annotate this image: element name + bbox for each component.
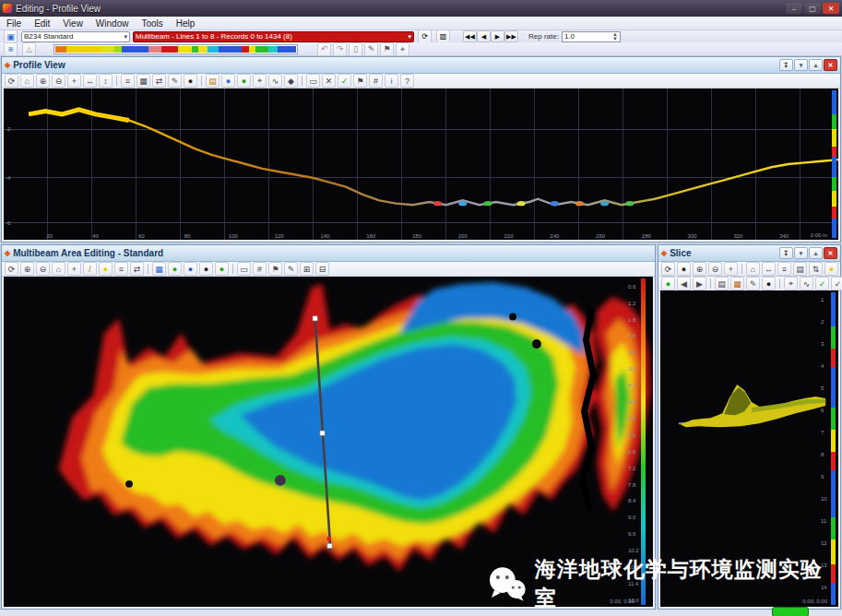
line-segment[interactable] [66,46,102,53]
close-icon[interactable]: ✕ [824,247,837,259]
menu-item[interactable]: Help [170,18,202,30]
menu-item[interactable]: View [56,18,89,30]
pencil-icon[interactable]: ✎ [168,74,182,88]
line-segment[interactable] [198,46,208,53]
zoom-out-icon[interactable]: ⊖ [52,74,65,88]
pan-icon[interactable]: + [67,262,81,276]
refresh-icon[interactable]: ⟳ [661,262,675,276]
flag-icon[interactable]: ⚑ [353,74,367,88]
sphere-green2-icon[interactable]: ● [215,262,229,276]
lines-icon[interactable]: ≋ [4,42,18,56]
rows-icon[interactable]: ≡ [121,74,135,88]
zoom-extents-icon[interactable]: ⌂ [20,74,34,88]
ruler-icon[interactable]: # [369,74,383,88]
line-segment[interactable] [249,46,255,53]
pin-icon[interactable]: ● [677,262,691,276]
shade-icon[interactable]: ▾ [794,247,808,259]
sphere-green-icon[interactable]: ● [661,277,675,290]
zoom-extents-icon[interactable]: ⌂ [52,262,65,276]
pencil-icon[interactable]: ✎ [364,42,378,56]
collapse-icon[interactable]: ⊟ [315,262,329,276]
record-range-combo[interactable]: Multibeam - Lines 1 to 8 - Records 0 to … [133,31,414,42]
slice-icon[interactable]: / [83,262,97,276]
float-icon[interactable]: ▴ [809,59,823,71]
table-small-icon[interactable]: ▥ [436,30,450,43]
note-icon[interactable]: ✎ [284,262,298,276]
menu-item[interactable]: Window [89,18,136,30]
line-segment[interactable] [122,46,148,53]
spline-icon[interactable]: ∿ [800,277,813,290]
first-record-button[interactable]: ◀◀ [463,30,477,42]
help-icon[interactable]: ? [400,74,414,88]
dot-black-icon[interactable]: ● [184,74,197,88]
raw-file-combo[interactable]: B234 Standard ▾ [21,31,130,42]
grid-icon[interactable]: ▦ [136,74,150,88]
close-icon[interactable]: ✕ [823,3,839,14]
refresh-icon[interactable]: ⟳ [5,74,18,88]
sphere-dark-icon[interactable]: ● [199,262,213,276]
minimize-icon[interactable]: – [786,3,802,14]
rows-icon[interactable]: ≡ [114,262,128,276]
zoom-out-icon[interactable]: ⊖ [708,262,722,276]
check-icon[interactable]: ✓ [815,277,829,290]
line-segment[interactable] [268,46,278,53]
redo-icon[interactable]: ↷ [333,42,347,56]
zoom-in-icon[interactable]: ⊕ [36,74,50,88]
info-icon[interactable]: i [385,74,398,88]
marker-icon[interactable]: ◆ [284,74,298,88]
line-segment[interactable] [208,46,219,53]
refresh-icon[interactable]: ⟳ [5,262,18,276]
close-icon[interactable]: ✕ [824,59,837,71]
refresh-small-icon[interactable]: ⟳ [418,30,432,43]
swap-icon[interactable]: ⇅ [809,262,823,276]
select-icon[interactable]: ▭ [237,262,251,276]
menu-item[interactable]: File [0,18,28,30]
sphere-green-icon[interactable]: ● [168,262,182,276]
spinner-arrows-icon[interactable]: ▲▼ [612,32,618,41]
line-segment[interactable] [219,46,242,53]
layers-icon[interactable]: ▤ [206,74,219,88]
zoom-in-icon[interactable]: ⊕ [20,262,34,276]
zoom-out-icon[interactable]: ⊖ [36,262,50,276]
line-segment[interactable] [161,46,179,53]
measure-icon[interactable]: # [253,262,267,276]
pan-icon[interactable]: + [724,262,738,276]
point-yellow-icon[interactable]: ● [99,262,113,276]
pan-icon[interactable]: + [67,74,81,88]
select-area-icon[interactable]: ▭ [306,74,320,88]
target-icon[interactable]: ⌖ [253,74,267,88]
point-yellow-icon[interactable]: ● [824,262,838,276]
next-record-button[interactable]: ▶ [491,30,504,42]
line-segment[interactable] [242,46,249,53]
fit-width-icon[interactable]: ↔ [83,74,97,88]
line-segment[interactable] [148,46,160,53]
line-segment[interactable] [278,46,296,53]
line-segment[interactable] [55,46,66,53]
erase-icon[interactable]: ✕ [322,74,336,88]
arrows-icon[interactable]: ↔ [762,262,776,276]
line-segment[interactable] [114,46,122,53]
accept-icon[interactable]: ✓ [338,74,351,88]
spline-icon[interactable]: ∿ [268,74,282,88]
flag-icon[interactable]: ⚑ [268,262,282,276]
line-segment[interactable] [255,46,267,53]
device-icon[interactable]: ▣ [4,30,18,43]
line-segment[interactable] [178,46,192,53]
next-icon[interactable]: ▶ [693,277,706,290]
check2-icon[interactable]: ✓ [831,277,842,290]
float-icon[interactable]: ▴ [809,247,823,259]
maximize-icon[interactable]: ▢ [804,3,821,14]
dot-dark-icon[interactable]: ● [762,277,776,290]
swap-icon[interactable]: ⇄ [152,74,166,88]
pin-icon[interactable]: ↧ [779,247,793,259]
line-segment[interactable] [192,46,198,53]
profile-chart[interactable]: -2-4-6 204060801001201401601802002202402… [4,89,838,240]
point-green-icon[interactable]: ● [237,74,251,88]
matrix-icon[interactable]: ▦ [152,262,166,276]
profile-chart-area[interactable]: -2-4-6 204060801001201401601802002202402… [4,89,838,240]
last-record-button[interactable]: ▶▶ [504,30,518,42]
flag-icon[interactable]: ⚑ [380,42,394,56]
target-icon[interactable]: ⌖ [396,42,409,56]
menu-item[interactable]: Edit [28,18,56,30]
sphere-blue-icon[interactable]: ● [184,262,197,276]
